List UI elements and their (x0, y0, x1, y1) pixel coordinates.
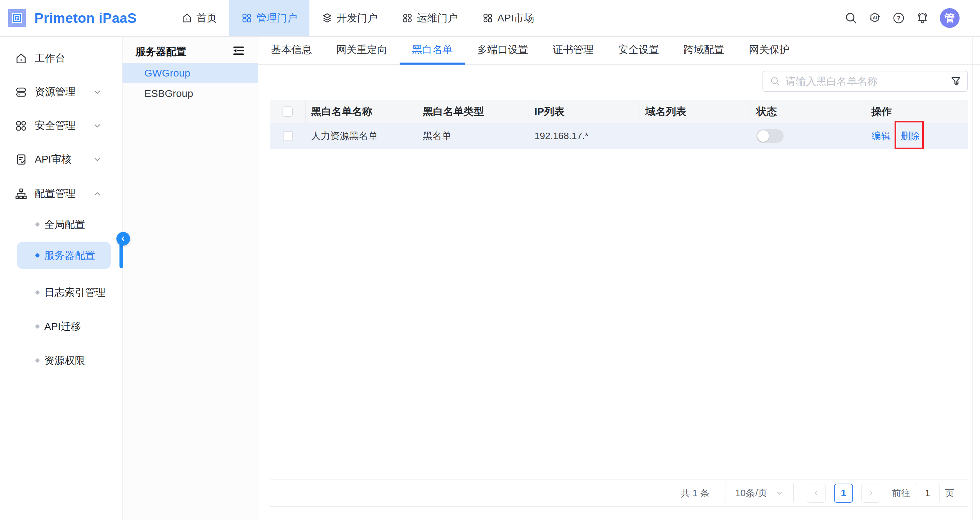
sidebar-subitem-server-config[interactable]: 服务器配置 (17, 242, 111, 269)
document-check-icon (15, 154, 27, 166)
svg-text:AI: AI (873, 16, 877, 21)
sidebar-item-api-audit[interactable]: API审核 (0, 143, 123, 176)
topbar-actions: AI ? 管 (845, 0, 959, 36)
page-size-select[interactable]: 10条/页 (725, 483, 794, 503)
table-row: 人力资源黑名单 黑名单 192.168.17.* 编辑 删除 (270, 123, 968, 149)
nav-admin-portal[interactable]: 管理门户 (229, 0, 309, 36)
sidebar-item-resources[interactable]: 资源管理 (0, 75, 123, 109)
help-icon[interactable]: ? (892, 11, 905, 24)
chevron-down-icon (92, 155, 102, 164)
col-header-domain-list: 域名列表 (640, 100, 751, 123)
svg-text:?: ? (897, 14, 901, 22)
bullet-icon (35, 358, 40, 363)
toggle-knob (757, 130, 769, 142)
col-header-type: 黑白名单类型 (417, 100, 529, 123)
sidebar-collapse-handle[interactable] (116, 232, 130, 246)
group-item-esbgroup[interactable]: ESBGroup (123, 83, 258, 104)
row-checkbox[interactable] (283, 131, 293, 141)
nav-dev-portal[interactable]: 开发门户 (309, 0, 390, 36)
table-header: 黑白名单名称 黑白名单类型 IP列表 域名列表 状态 操作 (270, 100, 968, 123)
bullet-icon (35, 325, 40, 328)
page-jump-input[interactable]: 1 (916, 483, 940, 503)
search-icon (770, 76, 780, 86)
ai-assistant-icon[interactable]: AI (869, 11, 881, 24)
delete-link[interactable]: 删除 (901, 130, 920, 143)
tab-security-settings[interactable]: 安全设置 (606, 37, 671, 65)
top-navigation: 首页 管理门户 开发门户 运维门户 API市场 (169, 0, 546, 36)
home-icon (15, 52, 27, 65)
tab-cors-config[interactable]: 跨域配置 (671, 37, 737, 65)
blacklist-search-box (762, 71, 968, 92)
sidebar-subitem-resource-permission[interactable]: 资源权限 (0, 350, 123, 371)
server-config-panel: 服务器配置 GWGroup ESBGroup (123, 37, 258, 520)
total-count-label: 共 1 条 (681, 487, 710, 499)
col-header-ip-list: IP列表 (529, 100, 640, 123)
col-header-status: 状态 (751, 100, 866, 123)
pagination-bar: 共 1 条 10条/页 1 前往 1 页 (270, 480, 968, 507)
col-header-actions: 操作 (866, 100, 968, 123)
cell-domain-list (640, 123, 751, 149)
layers-icon (322, 13, 332, 24)
status-toggle[interactable] (756, 129, 784, 143)
cell-name: 人力资源黑名单 (305, 123, 417, 149)
prev-page-button[interactable] (807, 484, 826, 503)
chevron-down-icon (92, 121, 102, 131)
tab-basic-info[interactable]: 基本信息 (259, 37, 324, 65)
tab-blacklist-whitelist[interactable]: 黑白名单 (399, 37, 465, 65)
tab-certificate[interactable]: 证书管理 (541, 37, 606, 65)
main-content: 基本信息 网关重定向 黑白名单 多端口设置 证书管理 安全设置 跨域配置 网关保… (258, 37, 980, 520)
chevron-left-icon (119, 235, 127, 243)
chevron-right-icon (867, 489, 875, 497)
sidebar-subitem-global-config[interactable]: 全局配置 (0, 214, 123, 235)
chevron-left-icon (812, 489, 820, 497)
cell-type: 黑名单 (417, 123, 529, 149)
svg-text:P: P (16, 16, 19, 21)
sidebar-item-workbench[interactable]: 工作台 (0, 41, 123, 75)
cell-ip-list: 192.168.17.* (529, 123, 640, 149)
bullet-icon (35, 222, 40, 227)
home-icon (181, 13, 192, 24)
search-input[interactable] (786, 76, 950, 87)
sidebar-menu: 工作台 资源管理 安全管理 API审核 配置管理 全局配置 服务器配置 日志索引… (0, 37, 123, 520)
edit-link[interactable]: 编辑 (872, 130, 891, 143)
bullet-icon (35, 290, 40, 295)
chevron-down-icon (92, 87, 102, 97)
tab-gateway-redirect[interactable]: 网关重定向 (324, 37, 399, 65)
brand-name: Primeton iPaaS (34, 11, 137, 26)
grid-icon (402, 13, 413, 24)
sidebar-subitem-api-migration[interactable]: API迁移 (0, 316, 123, 337)
panel-title: 服务器配置 (135, 45, 186, 59)
sidebar-item-security[interactable]: 安全管理 (0, 109, 123, 143)
page-unit-label: 页 (945, 487, 954, 499)
nav-api-market[interactable]: API市场 (470, 0, 546, 36)
scroll-edge-line (972, 37, 972, 520)
grid-icon (482, 13, 493, 24)
filter-funnel-icon[interactable] (950, 76, 962, 87)
nav-home[interactable]: 首页 (169, 0, 229, 36)
server-stack-icon (15, 86, 27, 98)
tab-gateway-protect[interactable]: 网关保护 (737, 37, 802, 65)
page-number-1[interactable]: 1 (834, 484, 853, 503)
sidebar-subitem-log-index[interactable]: 日志索引管理 (0, 282, 123, 303)
sidebar-scrollbar-thumb[interactable] (119, 243, 123, 268)
notification-bell-icon[interactable] (916, 11, 929, 24)
user-avatar[interactable]: 管 (940, 8, 959, 28)
chevron-up-icon (92, 189, 102, 199)
select-all-checkbox[interactable] (283, 106, 293, 117)
grid-icon (15, 120, 27, 132)
sidebar-item-config[interactable]: 配置管理 (0, 177, 123, 211)
group-item-gwgroup[interactable]: GWGroup (123, 63, 258, 83)
search-icon[interactable] (845, 11, 858, 24)
content-tabs: 基本信息 网关重定向 黑白名单 多端口设置 证书管理 安全设置 跨域配置 网关保… (258, 37, 980, 65)
blacklist-table: 黑白名单名称 黑白名单类型 IP列表 域名列表 状态 操作 人力资源黑名单 黑名… (270, 100, 968, 149)
collapse-panel-icon[interactable] (232, 44, 245, 57)
next-page-button[interactable] (861, 484, 880, 503)
nav-ops-portal[interactable]: 运维门户 (390, 0, 470, 36)
brand-logo: P Primeton iPaaS (7, 0, 137, 36)
top-bar: P Primeton iPaaS 首页 管理门户 开发门户 运维门户 API市场 (0, 0, 980, 37)
sitemap-icon (15, 188, 27, 200)
brand-logo-icon: P (7, 8, 27, 28)
tab-multi-port[interactable]: 多端口设置 (465, 37, 541, 65)
goto-label: 前往 (892, 487, 910, 499)
bullet-icon (35, 254, 40, 257)
